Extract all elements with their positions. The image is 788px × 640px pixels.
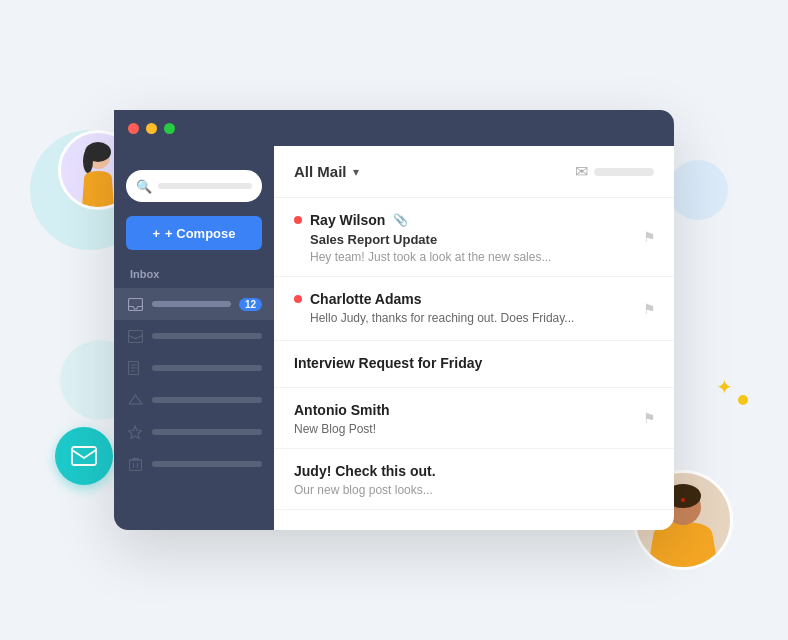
header-bar-decoration	[594, 168, 654, 176]
star-icon	[126, 423, 144, 441]
email-header-4: Antonio Smith	[294, 402, 654, 418]
sent-icon	[126, 327, 144, 345]
email-item-4[interactable]: Antonio Smith New Blog Post! ⚑	[274, 388, 674, 449]
email-subject-standalone-3: Interview Request for Friday	[294, 355, 482, 371]
sidebar-item-sent[interactable]	[114, 320, 274, 352]
sidebar-item-inbox[interactable]: 12	[114, 288, 274, 320]
sidebar: 🔍 + + Compose Inbox 12	[114, 110, 274, 530]
inbox-badge: 12	[239, 298, 262, 311]
unread-indicator-1	[294, 216, 302, 224]
svg-rect-3	[72, 447, 96, 465]
svg-marker-11	[129, 426, 142, 439]
email-subject-1: Sales Report Update	[294, 232, 654, 247]
sender-name-2: Charlotte Adams	[310, 291, 422, 307]
compose-label: + Compose	[165, 226, 235, 241]
trash-label-bar	[152, 461, 262, 467]
flag-icon-1[interactable]: ⚑	[643, 229, 656, 245]
sender-name-4: Antonio Smith	[294, 402, 390, 418]
sender-name-1: Ray Wilson	[310, 212, 385, 228]
window-chrome	[114, 110, 674, 146]
compose-plus-icon: +	[152, 226, 160, 241]
sidebar-section-label: Inbox	[114, 268, 274, 288]
compose-button[interactable]: + + Compose	[126, 216, 262, 250]
sent-label-bar	[152, 333, 262, 339]
chrome-dot-yellow[interactable]	[146, 123, 157, 134]
flag-icon-4[interactable]: ⚑	[643, 410, 656, 426]
chrome-dot-red[interactable]	[128, 123, 139, 134]
bg-dot-yellow2	[738, 395, 748, 405]
email-subject-5: Judy! Check this out.	[294, 463, 436, 479]
unread-indicator-2	[294, 295, 302, 303]
header-email-icon: ✉	[575, 162, 588, 181]
email-item-5[interactable]: Judy! Check this out. Our new blog post …	[274, 449, 674, 510]
email-item-3[interactable]: Interview Request for Friday	[274, 341, 674, 388]
email-preview-5: Our new blog post looks...	[294, 483, 654, 497]
drafts-label-bar	[152, 365, 262, 371]
trash-icon	[126, 455, 144, 473]
chrome-dot-green[interactable]	[164, 123, 175, 134]
main-content: All Mail ▾ ✉ Ray Wilson 📎 Sales Report U…	[274, 110, 674, 530]
svg-rect-12	[129, 460, 141, 471]
email-header-5: Judy! Check this out.	[294, 463, 654, 479]
starred-label-bar	[152, 429, 262, 435]
search-input-visual	[158, 183, 252, 189]
bg-star: ✦	[716, 375, 733, 399]
email-subject-4: New Blog Post!	[294, 422, 654, 436]
sidebar-item-drafts[interactable]	[114, 352, 274, 384]
inbox-icon	[126, 295, 144, 313]
svg-point-2	[83, 149, 93, 173]
sidebar-item-trash[interactable]	[114, 448, 274, 480]
email-item-1[interactable]: Ray Wilson 📎 Sales Report Update Hey tea…	[274, 198, 674, 277]
outbox-label-bar	[152, 397, 262, 403]
sidebar-item-starred[interactable]	[114, 416, 274, 448]
email-list: Ray Wilson 📎 Sales Report Update Hey tea…	[274, 198, 674, 530]
mailbox-title: All Mail	[294, 163, 347, 180]
outbox-icon	[126, 391, 144, 409]
email-item-2[interactable]: Charlotte Adams Hello Judy, thanks for r…	[274, 277, 674, 341]
sidebar-item-outbox[interactable]	[114, 384, 274, 416]
inbox-label-bar	[152, 301, 231, 307]
attachment-icon-1: 📎	[393, 213, 408, 227]
email-subject-2: Hello Judy, thanks for reaching out. Doe…	[294, 311, 654, 325]
flag-icon-2[interactable]: ⚑	[643, 301, 656, 317]
main-header: All Mail ▾ ✉	[274, 146, 674, 198]
search-icon: 🔍	[136, 179, 152, 194]
email-header-2: Charlotte Adams	[294, 291, 654, 307]
email-icon-circle	[55, 427, 113, 485]
email-preview-1: Hey team! Just took a look at the new sa…	[294, 250, 574, 264]
svg-point-7	[681, 498, 685, 502]
email-header-1: Ray Wilson 📎	[294, 212, 654, 228]
dropdown-arrow-icon[interactable]: ▾	[353, 165, 359, 179]
email-header-3: Interview Request for Friday	[294, 355, 654, 371]
drafts-icon	[126, 359, 144, 377]
bg-decoration-circle-blue	[668, 160, 728, 220]
sidebar-search-bar[interactable]: 🔍	[126, 170, 262, 202]
app-window: 🔍 + + Compose Inbox 12	[114, 110, 674, 530]
